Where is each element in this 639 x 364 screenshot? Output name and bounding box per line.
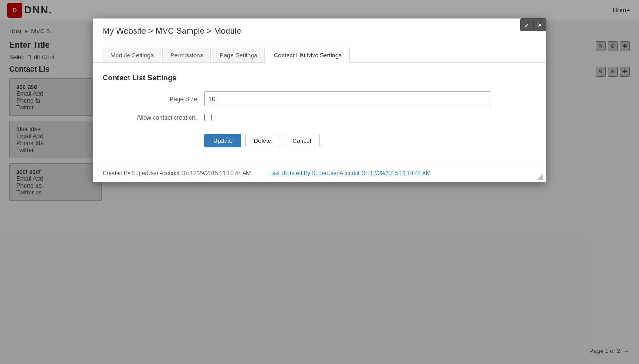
page-size-input[interactable] (204, 91, 491, 106)
resize-handle[interactable]: ◢ (537, 173, 543, 180)
close-icon: ✕ (537, 22, 542, 29)
button-row: Update Delete Cancel (103, 128, 536, 147)
tab-permissions[interactable]: Permissions (162, 48, 211, 62)
section-title: Contact List Settings (103, 74, 536, 82)
cancel-button[interactable]: Cancel (284, 134, 320, 147)
modal-title: My Website > MVC Sample > Module (103, 26, 536, 36)
modal-body: Contact List Settings Page Size Allow co… (93, 63, 546, 164)
update-button[interactable]: Update (204, 134, 241, 147)
modal-dialog: ⤢ ✕ My Website > MVC Sample > Module Mod… (93, 18, 546, 182)
footer-updated: Last Updated By SuperUser Account On 12/… (269, 170, 430, 176)
allow-contact-checkbox[interactable] (204, 114, 212, 121)
modal-header: My Website > MVC Sample > Module (93, 19, 546, 42)
modal-close-button[interactable]: ✕ (533, 18, 546, 31)
modal-expand-button[interactable]: ⤢ (520, 18, 533, 31)
tab-page-settings[interactable]: Page Settings (212, 48, 265, 62)
delete-button[interactable]: Delete (245, 134, 280, 147)
form-row-page-size: Page Size (103, 91, 536, 106)
modal-footer: Created By SuperUser Account On 12/29/20… (93, 164, 546, 182)
modal-controls: ⤢ ✕ (520, 18, 546, 31)
allow-contact-label: Allow contact creation. (103, 114, 204, 121)
form-row-allow-contact: Allow contact creation. (103, 114, 536, 121)
expand-icon: ⤢ (524, 22, 529, 29)
page-size-label: Page Size (103, 96, 204, 103)
tab-module-settings[interactable]: Module Settings (103, 48, 161, 62)
footer-created: Created By SuperUser Account On 12/29/20… (103, 170, 251, 176)
modal-tabs: Module Settings Permissions Page Setting… (93, 42, 546, 63)
tab-contact-list-mvc-settings[interactable]: Contact List Mvc Settings (266, 48, 350, 63)
